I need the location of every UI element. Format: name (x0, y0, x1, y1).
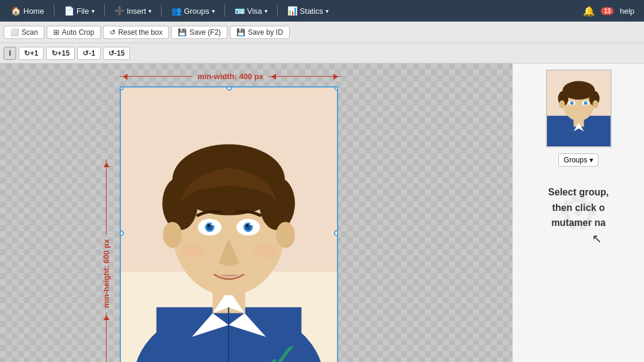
nav-divider-5 (277, 5, 278, 17)
nav-insert-label: Insert (127, 7, 147, 16)
svg-point-26 (254, 244, 278, 258)
nav-groups-label: Groups (184, 7, 209, 16)
info-text: Select group, then click o mutamer na (542, 185, 615, 231)
svg-point-13 (163, 222, 182, 248)
crop-icon: ⊞ (53, 28, 59, 37)
nav-groups[interactable]: 👥 Groups ▾ (165, 4, 221, 18)
main-area: min-width: 400 px min-height: 600 px (0, 64, 644, 362)
visa-icon: 🪪 (235, 6, 245, 16)
save-f2-button[interactable]: 💾 Save (F2) (171, 26, 227, 39)
photo-box[interactable]: ✓ (120, 86, 338, 362)
width-label: min-width: 400 px (193, 72, 268, 81)
groups-select-label: Groups (564, 156, 587, 164)
save-icon: 💾 (178, 28, 187, 37)
home-icon: 🏠 (11, 6, 21, 16)
nav-file[interactable]: 📄 File ▾ (58, 4, 101, 18)
svg-text:✓: ✓ (266, 334, 300, 362)
groups-chevron-icon: ▾ (590, 156, 593, 164)
svg-point-14 (276, 222, 295, 248)
handle-top-right[interactable] (334, 86, 338, 90)
groups-select[interactable]: Groups ▾ (558, 153, 599, 167)
height-label: min-height: 600 px (102, 234, 111, 313)
nav-divider-3 (161, 5, 162, 17)
groups-arrow-icon: ▾ (212, 8, 215, 14)
width-dimension: min-width: 400 px (120, 72, 341, 81)
dim-left-line (120, 76, 193, 77)
nav-visa-label: Visa (247, 7, 262, 16)
svg-point-22 (246, 224, 248, 227)
toolbar2: I ↻+1 ↻+15 ↺-1 ↺-15 (0, 43, 644, 64)
rotate-ccw1-button[interactable]: ↺-1 (77, 47, 101, 60)
notification-bell[interactable]: 🔔 (583, 5, 595, 17)
person-image: ✓ (121, 88, 337, 362)
save-id-icon: 💾 (236, 28, 245, 37)
photo-thumbnail (546, 70, 612, 147)
nav-divider-4 (224, 5, 225, 17)
svg-point-25 (180, 244, 204, 258)
nav-divider-1 (54, 5, 54, 17)
dim-right-line (268, 76, 341, 77)
scan-icon: ⬜ (10, 28, 19, 37)
rotate-cw1-button[interactable]: ↻+1 (19, 47, 44, 60)
auto-crop-button[interactable]: ⊞ Auto Crop (47, 26, 101, 39)
nav-visa[interactable]: 🪪 Visa ▾ (229, 4, 274, 18)
editor-area[interactable]: min-width: 400 px min-height: 600 px (0, 64, 512, 362)
nav-divider-2 (104, 5, 105, 17)
reset-icon: ↺ (110, 28, 116, 37)
visa-arrow-icon: ▾ (265, 8, 268, 14)
statics-icon: 📊 (287, 6, 297, 16)
nav-home-label: Home (23, 7, 44, 16)
svg-point-37 (584, 101, 587, 105)
right-panel: ⚙ (512, 64, 644, 362)
rotate-cw15-button[interactable]: ↻+15 (46, 47, 75, 60)
file-icon: 📄 (64, 6, 74, 16)
notification-badge: 13 (601, 7, 613, 15)
italic-button[interactable]: I (4, 47, 16, 60)
info-line3: mutamer na (548, 215, 609, 231)
reset-box-button[interactable]: ↺ Reset the box (103, 26, 169, 39)
info-line1: Select group, (548, 185, 609, 200)
svg-point-21 (207, 224, 209, 227)
help-link[interactable]: help (619, 7, 634, 16)
nav-statics[interactable]: 📊 Statics ▾ (281, 4, 335, 18)
info-line2: then click o (548, 200, 609, 216)
insert-arrow-icon: ▾ (148, 8, 151, 14)
svg-point-36 (570, 101, 573, 105)
handle-top-mid[interactable] (226, 86, 232, 90)
save-by-id-button[interactable]: 💾 Save by ID (230, 26, 290, 39)
handle-mid-right[interactable] (334, 230, 338, 236)
person-svg: ✓ (121, 88, 337, 362)
svg-point-40 (559, 100, 565, 108)
height-dimension: min-height: 600 px (102, 159, 111, 362)
scan-button[interactable]: ⬜ Scan (4, 26, 44, 39)
svg-point-24 (250, 223, 253, 225)
file-arrow-icon: ▾ (92, 8, 95, 14)
nav-file-label: File (77, 7, 89, 16)
navbar: 🏠 Home 📄 File ▾ ➕ Insert ▾ 👥 Groups ▾ 🪪 … (0, 0, 644, 22)
statics-arrow-icon: ▾ (326, 8, 329, 14)
dim-bot-line (106, 312, 107, 362)
svg-point-41 (593, 100, 599, 108)
rotate-ccw15-button[interactable]: ↺-15 (103, 47, 130, 60)
nav-insert[interactable]: ➕ Insert ▾ (108, 4, 158, 18)
groups-icon: 👥 (171, 6, 181, 16)
nav-statics-label: Statics (300, 7, 323, 16)
insert-icon: ➕ (114, 6, 124, 16)
groups-dropdown[interactable]: Groups ▾ (558, 153, 599, 167)
thumbnail-svg (547, 71, 610, 146)
nav-right: 🔔 13 help (583, 5, 639, 17)
dim-top-line (106, 159, 107, 234)
toolbar1: ⬜ Scan ⊞ Auto Crop ↺ Reset the box 💾 Sav… (0, 22, 644, 43)
svg-point-23 (211, 223, 214, 225)
nav-home[interactable]: 🏠 Home (5, 4, 50, 18)
